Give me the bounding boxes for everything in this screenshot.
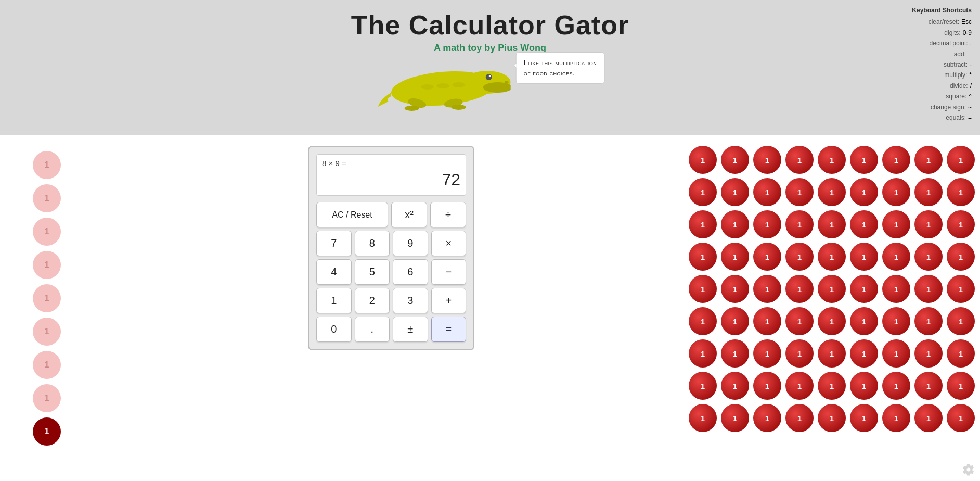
red-dot: 1	[721, 404, 749, 432]
dot-6: 1	[33, 318, 61, 346]
calculator: 8 × 9 = 72 AC / Reset x² ÷ 7 8 9 ×	[308, 146, 474, 350]
red-dot: 1	[850, 146, 878, 174]
red-dot: 1	[914, 146, 943, 174]
calc-expression: 8 × 9 =	[322, 159, 460, 170]
main-content: 1 1 1 1 1 1 1 1 1 8 × 9 = 72 AC / Reset …	[0, 135, 980, 481]
red-dot: 1	[785, 146, 814, 174]
two-button[interactable]: 2	[355, 288, 390, 313]
red-dot: 1	[882, 372, 910, 400]
red-dot: 1	[721, 210, 749, 238]
subtract-button[interactable]: −	[431, 259, 467, 285]
five-button[interactable]: 5	[355, 259, 390, 285]
red-dot: 1	[689, 307, 717, 335]
red-dot: 1	[914, 275, 943, 303]
red-dot: 1	[721, 339, 749, 368]
red-dot: 1	[850, 404, 878, 432]
ac-reset-button[interactable]: AC / Reset	[316, 202, 388, 227]
three-button[interactable]: 3	[393, 288, 428, 313]
red-dot: 1	[818, 178, 846, 206]
settings-icon	[962, 463, 975, 476]
equals-button[interactable]: =	[431, 317, 467, 342]
red-dot: 1	[947, 372, 975, 400]
red-dot: 1	[947, 146, 975, 174]
sign-button[interactable]: ±	[393, 317, 428, 342]
calc-row-3: 4 5 6 −	[316, 259, 466, 285]
red-dot: 1	[785, 372, 814, 400]
red-dot: 1	[785, 339, 814, 368]
eight-button[interactable]: 8	[355, 231, 390, 256]
red-dot: 1	[689, 178, 717, 206]
left-dot-column: 1 1 1 1 1 1 1 1 1	[0, 135, 94, 481]
red-dot: 1	[947, 307, 975, 335]
speech-line2: of food choices.	[524, 69, 575, 77]
nine-button[interactable]: 9	[393, 231, 428, 256]
red-dot: 1	[753, 243, 781, 271]
red-dot: 1	[785, 243, 814, 271]
dot-8: 1	[33, 384, 61, 412]
add-button[interactable]: +	[431, 288, 467, 313]
red-dot: 1	[850, 243, 878, 271]
calc-row-2: 7 8 9 ×	[316, 231, 466, 256]
red-dot: 1	[850, 178, 878, 206]
red-dot: 1	[753, 339, 781, 368]
shortcut-clear: clear/reset:Esc	[912, 17, 972, 27]
shortcut-divide: divide:/	[912, 81, 972, 91]
dot-5: 1	[33, 284, 61, 312]
dot-4: 1	[33, 251, 61, 279]
red-dot: 1	[882, 146, 910, 174]
dot-7: 1	[33, 351, 61, 379]
four-button[interactable]: 4	[316, 259, 352, 285]
header: The Calculator Gator A math toy by Pius …	[0, 0, 980, 135]
square-button[interactable]: x²	[391, 202, 427, 227]
zero-button[interactable]: 0	[316, 317, 352, 342]
red-dot: 1	[721, 243, 749, 271]
red-dot: 1	[818, 146, 846, 174]
speech-bubble: I like this multiplication of food choic…	[516, 52, 605, 84]
red-dot: 1	[785, 307, 814, 335]
red-dot: 1	[818, 307, 846, 335]
red-dot: 1	[914, 307, 943, 335]
red-dot: 1	[689, 243, 717, 271]
red-dot: 1	[689, 339, 717, 368]
red-dot: 1	[947, 178, 975, 206]
svg-point-8	[405, 106, 419, 111]
red-dot: 1	[882, 243, 910, 271]
red-dot: 1	[753, 404, 781, 432]
red-dot: 1	[914, 243, 943, 271]
shortcut-square: square:^	[912, 91, 972, 102]
red-dot: 1	[947, 339, 975, 368]
shortcut-equals: equals:=	[912, 112, 972, 123]
svg-point-10	[437, 83, 449, 88]
six-button[interactable]: 6	[393, 259, 428, 285]
red-dot: 1	[882, 307, 910, 335]
red-dot: 1	[914, 178, 943, 206]
red-dot: 1	[721, 146, 749, 174]
red-dot: 1	[818, 372, 846, 400]
dot-9: 1	[33, 417, 61, 446]
dot-2: 1	[33, 184, 61, 212]
shortcut-digits: digits:0-9	[912, 28, 972, 38]
gator-icon	[376, 47, 511, 115]
multiply-button[interactable]: ×	[431, 231, 467, 256]
red-dot: 1	[882, 178, 910, 206]
svg-point-12	[421, 84, 434, 90]
divide-button[interactable]: ÷	[430, 202, 466, 227]
red-dot: 1	[882, 339, 910, 368]
calc-row-4: 1 2 3 +	[316, 288, 466, 313]
red-dot: 1	[818, 210, 846, 238]
red-dot: 1	[882, 404, 910, 432]
red-dot: 1	[721, 275, 749, 303]
svg-point-3	[486, 74, 492, 80]
gator-area: I like this multiplication of food choic…	[376, 47, 605, 115]
seven-button[interactable]: 7	[316, 231, 352, 256]
red-dot: 1	[818, 275, 846, 303]
shortcut-change-sign: change sign:~	[912, 102, 972, 112]
red-dot: 1	[785, 178, 814, 206]
svg-point-4	[489, 75, 491, 77]
one-button[interactable]: 1	[316, 288, 352, 313]
red-dot: 1	[689, 275, 717, 303]
red-dot: 1	[818, 404, 846, 432]
decimal-button[interactable]: .	[355, 317, 390, 342]
red-dot: 1	[818, 243, 846, 271]
dot-1: 1	[33, 151, 61, 179]
